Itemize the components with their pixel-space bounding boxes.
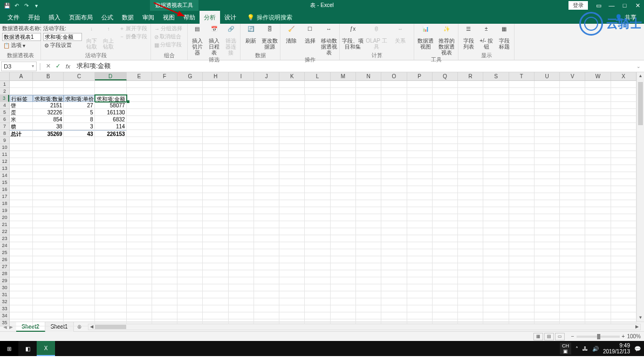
cell-V21[interactable] bbox=[560, 221, 585, 228]
cell-X14[interactable] bbox=[611, 172, 636, 179]
cell-V8[interactable] bbox=[560, 130, 585, 137]
cell-P7[interactable] bbox=[407, 123, 433, 130]
cell-W30[interactable] bbox=[585, 284, 611, 291]
undo-icon[interactable]: ↶ bbox=[13, 2, 20, 9]
cell-D18[interactable] bbox=[95, 200, 127, 207]
cell-T11[interactable] bbox=[509, 151, 535, 158]
cell-N7[interactable] bbox=[356, 123, 381, 130]
cell-Q14[interactable] bbox=[433, 172, 458, 179]
cell-B3[interactable]: 求和项:数量 bbox=[33, 95, 64, 102]
cell-R7[interactable] bbox=[458, 123, 483, 130]
cell-M19[interactable] bbox=[331, 207, 356, 214]
col-header-I[interactable]: I bbox=[229, 72, 254, 80]
cell-K8[interactable] bbox=[279, 130, 305, 137]
cell-X33[interactable] bbox=[611, 305, 636, 312]
cell-A33[interactable] bbox=[10, 305, 33, 312]
cell-D13[interactable] bbox=[95, 165, 127, 172]
cell-H25[interactable] bbox=[203, 249, 228, 256]
cell-U24[interactable] bbox=[535, 242, 560, 249]
tab-view[interactable]: 视图 bbox=[159, 11, 179, 24]
scroll-up-icon[interactable]: ▲ bbox=[637, 72, 644, 80]
cell-O30[interactable] bbox=[381, 284, 407, 291]
cell-K28[interactable] bbox=[279, 270, 305, 277]
cell-V1[interactable] bbox=[560, 81, 585, 88]
cell-Q28[interactable] bbox=[433, 270, 458, 277]
cell-O18[interactable] bbox=[381, 200, 407, 207]
cell-F13[interactable] bbox=[152, 165, 177, 172]
cell-B21[interactable] bbox=[33, 221, 64, 228]
maximize-icon[interactable]: □ bbox=[618, 0, 631, 11]
cell-O28[interactable] bbox=[381, 270, 407, 277]
cell-C14[interactable] bbox=[64, 172, 94, 179]
zoom-out-icon[interactable]: − bbox=[571, 333, 574, 339]
cell-E32[interactable] bbox=[127, 298, 152, 305]
cell-I4[interactable] bbox=[229, 102, 254, 109]
cell-R33[interactable] bbox=[458, 305, 483, 312]
cell-E19[interactable] bbox=[127, 207, 152, 214]
row-header-8[interactable]: 8 bbox=[0, 130, 9, 137]
cell-F33[interactable] bbox=[152, 305, 177, 312]
cell-F27[interactable] bbox=[152, 263, 177, 270]
cell-I16[interactable] bbox=[229, 186, 254, 193]
enter-formula-icon[interactable]: ✓ bbox=[53, 63, 63, 70]
cell-O19[interactable] bbox=[381, 207, 407, 214]
cell-B20[interactable] bbox=[33, 214, 64, 221]
cell-D23[interactable] bbox=[95, 235, 127, 242]
cell-N29[interactable] bbox=[356, 277, 381, 284]
cell-H2[interactable] bbox=[203, 88, 228, 95]
row-header-25[interactable]: 25 bbox=[0, 249, 9, 256]
cell-J11[interactable] bbox=[254, 151, 279, 158]
cell-F28[interactable] bbox=[152, 270, 177, 277]
col-header-A[interactable]: A bbox=[10, 72, 33, 80]
cell-B27[interactable] bbox=[33, 263, 64, 270]
cell-W20[interactable] bbox=[585, 214, 611, 221]
cell-T24[interactable] bbox=[509, 242, 535, 249]
cell-P29[interactable] bbox=[407, 277, 433, 284]
cell-H6[interactable] bbox=[203, 116, 228, 123]
cell-L28[interactable] bbox=[305, 270, 330, 277]
cell-L6[interactable] bbox=[305, 116, 330, 123]
row-header-33[interactable]: 33 bbox=[0, 305, 9, 312]
row-header-34[interactable]: 34 bbox=[0, 312, 9, 319]
cell-P22[interactable] bbox=[407, 228, 433, 235]
cell-N15[interactable] bbox=[356, 179, 381, 186]
cell-G18[interactable] bbox=[177, 200, 203, 207]
cell-L24[interactable] bbox=[305, 242, 330, 249]
cell-D2[interactable] bbox=[95, 88, 127, 95]
cell-L19[interactable] bbox=[305, 207, 330, 214]
cell-U2[interactable] bbox=[535, 88, 560, 95]
cell-T30[interactable] bbox=[509, 284, 535, 291]
cell-H21[interactable] bbox=[203, 221, 228, 228]
cell-J5[interactable] bbox=[254, 109, 279, 116]
cell-U14[interactable] bbox=[535, 172, 560, 179]
cell-F14[interactable] bbox=[152, 172, 177, 179]
cell-O20[interactable] bbox=[381, 214, 407, 221]
cell-J27[interactable] bbox=[254, 263, 279, 270]
cell-U7[interactable] bbox=[535, 123, 560, 130]
cell-G20[interactable] bbox=[177, 214, 203, 221]
cell-D1[interactable] bbox=[95, 81, 127, 88]
cell-I25[interactable] bbox=[229, 249, 254, 256]
cell-C27[interactable] bbox=[64, 263, 94, 270]
cell-D22[interactable] bbox=[95, 228, 127, 235]
col-header-Q[interactable]: Q bbox=[433, 72, 458, 80]
cell-K31[interactable] bbox=[279, 291, 305, 298]
cell-B5[interactable]: 32226 bbox=[33, 109, 64, 116]
cell-V6[interactable] bbox=[560, 116, 585, 123]
cell-A29[interactable] bbox=[10, 277, 33, 284]
cell-N25[interactable] bbox=[356, 249, 381, 256]
cell-G29[interactable] bbox=[177, 277, 203, 284]
cell-Q29[interactable] bbox=[433, 277, 458, 284]
cell-H31[interactable] bbox=[203, 291, 228, 298]
cell-R16[interactable] bbox=[458, 186, 483, 193]
cell-L25[interactable] bbox=[305, 249, 330, 256]
cell-N12[interactable] bbox=[356, 158, 381, 165]
cell-Q24[interactable] bbox=[433, 242, 458, 249]
cell-D20[interactable] bbox=[95, 214, 127, 221]
pt-name-input[interactable] bbox=[2, 33, 41, 41]
cell-J24[interactable] bbox=[254, 242, 279, 249]
col-header-O[interactable]: O bbox=[381, 72, 407, 80]
cell-D3[interactable]: 求和项:金额 bbox=[95, 95, 127, 102]
cell-A7[interactable]: 糖 bbox=[10, 123, 33, 130]
cell-G10[interactable] bbox=[177, 144, 203, 151]
